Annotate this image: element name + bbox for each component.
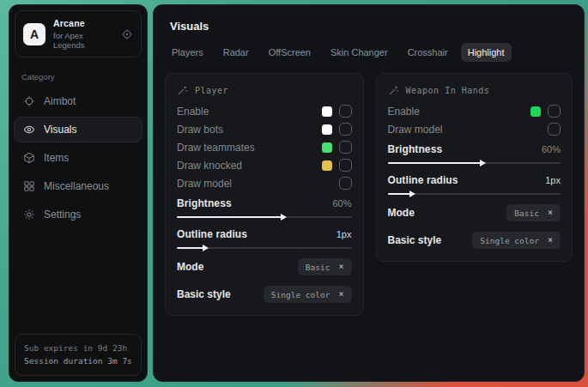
draw-model-checkbox[interactable] <box>548 123 561 136</box>
app-title-block: Arcane for Apex Legends <box>53 18 113 50</box>
setting-row-draw-bots: Draw bots <box>177 120 352 138</box>
setting-label: Draw bots <box>177 124 223 136</box>
close-icon[interactable]: × <box>548 236 553 245</box>
close-icon[interactable]: × <box>548 209 553 217</box>
cards-container: Player Enable Draw bots Draw teammates <box>154 70 584 318</box>
app-subtitle: for Apex Legends <box>53 31 113 50</box>
tab-bar: Players Radar OffScreen Skin Changer Cro… <box>154 33 584 70</box>
eye-icon <box>23 124 35 136</box>
close-icon[interactable]: × <box>338 290 343 299</box>
session-duration-text: Session duration 3m 7s <box>24 354 132 368</box>
mode-tag[interactable]: Basic × <box>506 204 561 221</box>
sidebar-item-miscellaneous[interactable]: Miscellaneous <box>14 173 142 199</box>
select-label: Mode <box>177 261 203 273</box>
setting-row-draw-knocked: Draw knocked <box>177 156 352 174</box>
sub-expiry-text: Sub expires in 9d 23h <box>24 342 132 355</box>
sidebar-item-settings[interactable]: Settings <box>14 202 142 227</box>
tag-text: Single color <box>271 290 330 299</box>
app-name: Arcane <box>53 18 113 28</box>
color-swatch[interactable] <box>530 106 541 117</box>
draw-knocked-checkbox[interactable] <box>339 159 352 172</box>
sidebar-item-label: Settings <box>44 209 81 221</box>
weapon-card-title: Weapon In Hands <box>406 86 490 95</box>
slider-label: Outline radius <box>177 228 247 240</box>
slider-label: Brightness <box>388 143 443 155</box>
select-label: Basic style <box>388 234 442 246</box>
slider-thumb[interactable] <box>388 193 410 195</box>
setting-label: Draw teammates <box>177 142 255 154</box>
weapon-in-hands-card: Weapon In Hands Enable Draw model Bright… <box>376 73 573 262</box>
setting-row-draw-teammates: Draw teammates <box>177 138 352 156</box>
slider-value: 60% <box>332 198 351 209</box>
tag-text: Basic <box>514 209 539 218</box>
sidebar-item-items[interactable]: Items <box>14 145 142 171</box>
tab-offscreen[interactable]: OffScreen <box>262 43 318 62</box>
basic-style-tag[interactable]: Single color × <box>264 286 352 303</box>
weapon-card-header: Weapon In Hands <box>388 85 561 96</box>
color-swatch[interactable] <box>322 106 332 117</box>
tab-crosshair[interactable]: Crosshair <box>401 43 455 62</box>
outline-radius-slider-block: Outline radius 1px <box>177 226 352 249</box>
sidebar-item-label: Aimbot <box>44 95 76 107</box>
player-card-header: Player <box>177 85 352 96</box>
slider-value: 1px <box>545 175 561 185</box>
mode-select-row: Mode Basic × <box>177 257 352 276</box>
basic-style-tag[interactable]: Single color × <box>472 232 561 249</box>
select-label: Mode <box>388 207 415 219</box>
select-label: Basic style <box>177 288 231 300</box>
enable-checkbox[interactable] <box>548 105 561 118</box>
sidebar-nav: Aimbot Visuals Items <box>9 88 147 227</box>
setting-label: Draw knocked <box>177 160 242 172</box>
crosshair-icon <box>23 95 35 107</box>
outline-radius-slider-block: Outline radius 1px <box>388 172 561 195</box>
setting-label: Enable <box>177 106 209 118</box>
slider-value: 1px <box>336 229 352 239</box>
subscription-info-box: Sub expires in 9d 23h Session duration 3… <box>15 334 142 376</box>
mode-select-row: Mode Basic × <box>388 203 561 222</box>
tab-highlight[interactable]: Highlight <box>461 43 512 62</box>
tag-text: Basic <box>306 263 330 272</box>
tag-text: Single color <box>480 236 539 245</box>
setting-row-enable: Enable <box>177 102 352 120</box>
wand-icon <box>388 85 399 96</box>
sidebar-item-aimbot[interactable]: Aimbot <box>14 88 142 114</box>
slider-label: Brightness <box>177 197 232 209</box>
draw-bots-checkbox[interactable] <box>339 123 352 136</box>
enable-checkbox[interactable] <box>339 105 352 118</box>
mode-tag[interactable]: Basic × <box>298 258 352 275</box>
close-icon[interactable]: × <box>338 263 343 271</box>
slider-thumb[interactable] <box>177 247 203 249</box>
slider-label: Outline radius <box>388 174 458 186</box>
brightness-slider-block: Brightness 60% <box>177 195 352 218</box>
slider-thumb[interactable] <box>388 162 482 164</box>
tab-skin-changer[interactable]: Skin Changer <box>324 43 395 62</box>
slider-thumb[interactable] <box>177 216 282 218</box>
brightness-slider[interactable] <box>388 162 561 164</box>
draw-model-checkbox[interactable] <box>339 177 352 190</box>
outline-radius-slider[interactable] <box>388 193 561 195</box>
color-swatch[interactable] <box>322 142 332 153</box>
sidebar-item-label: Miscellaneous <box>44 180 109 192</box>
cube-icon <box>23 152 35 164</box>
color-swatch[interactable] <box>322 160 332 171</box>
app-logo-box: A Arcane for Apex Legends <box>15 10 142 57</box>
target-icon[interactable] <box>121 28 133 40</box>
color-swatch[interactable] <box>322 124 332 135</box>
sidebar: A Arcane for Apex Legends Category Aimbo… <box>9 4 148 382</box>
gear-icon <box>23 209 35 221</box>
sidebar-item-label: Items <box>44 152 69 164</box>
tab-players[interactable]: Players <box>165 43 210 62</box>
draw-teammates-checkbox[interactable] <box>339 141 352 154</box>
player-card: Player Enable Draw bots Draw teammates <box>165 73 364 316</box>
sidebar-item-visuals[interactable]: Visuals <box>14 117 142 142</box>
brightness-slider[interactable] <box>177 216 352 218</box>
app-logo: A <box>23 23 45 45</box>
sidebar-item-label: Visuals <box>44 124 76 136</box>
brightness-slider-block: Brightness 60% <box>388 141 561 164</box>
tab-radar[interactable]: Radar <box>216 43 256 62</box>
setting-row-draw-model: Draw model <box>177 174 352 192</box>
wand-icon <box>177 85 188 96</box>
slider-value: 60% <box>542 144 561 154</box>
outline-radius-slider[interactable] <box>177 247 352 249</box>
page-title: Visuals <box>154 5 584 33</box>
